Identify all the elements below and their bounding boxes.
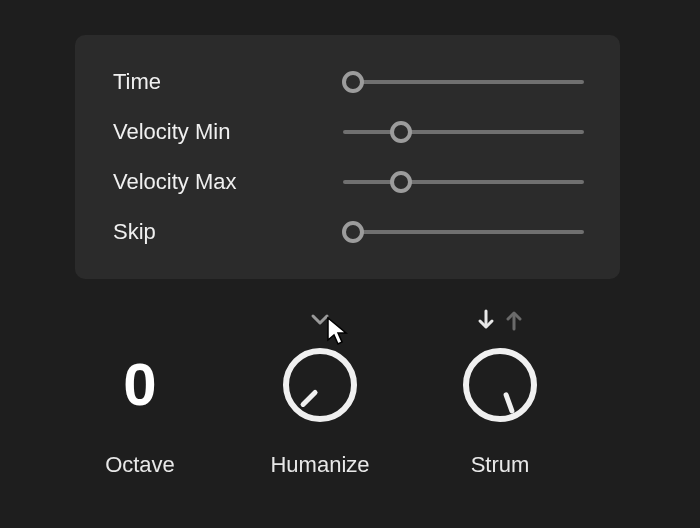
label-skip: Skip: [113, 219, 343, 245]
slider-skip[interactable]: [343, 220, 584, 244]
slider-velocity-min[interactable]: [343, 120, 584, 144]
slider-time[interactable]: [343, 70, 584, 94]
arrow-up-icon[interactable]: [504, 308, 524, 332]
control-octave: 0 Octave: [50, 300, 230, 478]
octave-value[interactable]: 0: [123, 355, 156, 415]
label-time: Time: [113, 69, 343, 95]
humanize-panel: Time Velocity Min Velocity Max Skip: [75, 35, 620, 279]
arrow-down-icon[interactable]: [476, 308, 496, 332]
knob-humanize[interactable]: [283, 348, 357, 422]
bottom-controls: 0 Octave Humanize: [0, 300, 700, 478]
label-velocity-max: Velocity Max: [113, 169, 343, 195]
decorative-arcs: [0, 0, 700, 40]
label-octave: Octave: [105, 452, 175, 478]
row-time: Time: [113, 63, 584, 101]
control-humanize: Humanize: [230, 300, 410, 478]
knob-strum[interactable]: [463, 348, 537, 422]
label-velocity-min: Velocity Min: [113, 119, 343, 145]
label-humanize: Humanize: [270, 452, 369, 478]
row-velocity-max: Velocity Max: [113, 163, 584, 201]
row-velocity-min: Velocity Min: [113, 113, 584, 151]
row-skip: Skip: [113, 213, 584, 251]
control-strum: Strum: [410, 300, 590, 478]
chevron-down-icon[interactable]: [310, 310, 330, 330]
label-strum: Strum: [471, 452, 530, 478]
slider-velocity-max[interactable]: [343, 170, 584, 194]
